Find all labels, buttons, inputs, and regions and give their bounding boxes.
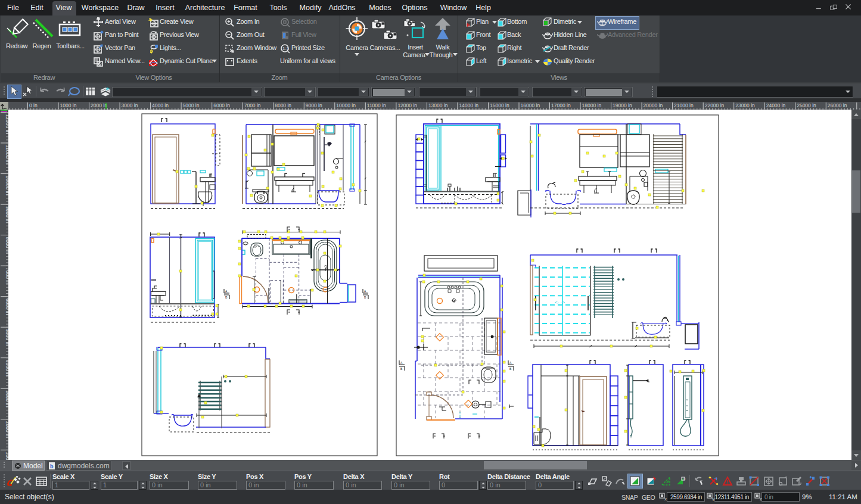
svg-text:5000 in: 5000 in xyxy=(183,102,200,108)
svg-text:26000 in: 26000 in xyxy=(828,102,847,108)
svg-text:25000 in: 25000 in xyxy=(797,102,816,108)
svg-text:22000 in: 22000 in xyxy=(705,102,725,108)
svg-text:2000 in: 2000 in xyxy=(91,102,107,108)
svg-text:17000 in: 17000 in xyxy=(551,102,571,108)
svg-text:19000 in: 19000 in xyxy=(613,102,632,108)
svg-text:1:1: 1:1 xyxy=(282,46,290,51)
svg-text:b: b xyxy=(50,463,54,469)
svg-text:23000 in: 23000 in xyxy=(735,102,755,108)
svg-text:12000 in: 12000 in xyxy=(397,102,417,108)
svg-text:1000 in: 1000 in xyxy=(60,102,77,108)
svg-text:0: 0 xyxy=(683,477,686,481)
svg-text:10000 in: 10000 in xyxy=(336,102,356,108)
svg-text:8000 in: 8000 in xyxy=(275,102,291,108)
svg-text:18000 in: 18000 in xyxy=(582,102,602,108)
svg-text:3000 in: 3000 in xyxy=(122,102,138,108)
svg-text:20000 in: 20000 in xyxy=(644,102,663,108)
svg-text:24000 in: 24000 in xyxy=(766,102,786,108)
svg-text:9000 in: 9000 in xyxy=(306,102,322,108)
svg-text:7000 in: 7000 in xyxy=(244,102,261,108)
svg-text:11000 in: 11000 in xyxy=(367,102,386,108)
svg-text:16000 in: 16000 in xyxy=(521,102,540,108)
svg-text:13000 in: 13000 in xyxy=(428,102,448,108)
svg-text:14000 in: 14000 in xyxy=(459,102,478,108)
svg-text:0 in: 0 in xyxy=(29,102,38,108)
svg-text:<- ->: <- -> xyxy=(555,300,565,305)
svg-text:21000 in: 21000 in xyxy=(674,102,694,108)
svg-text:4000 in: 4000 in xyxy=(152,102,169,108)
svg-text:15000 in: 15000 in xyxy=(490,102,509,108)
svg-text:6000 in: 6000 in xyxy=(213,102,230,108)
